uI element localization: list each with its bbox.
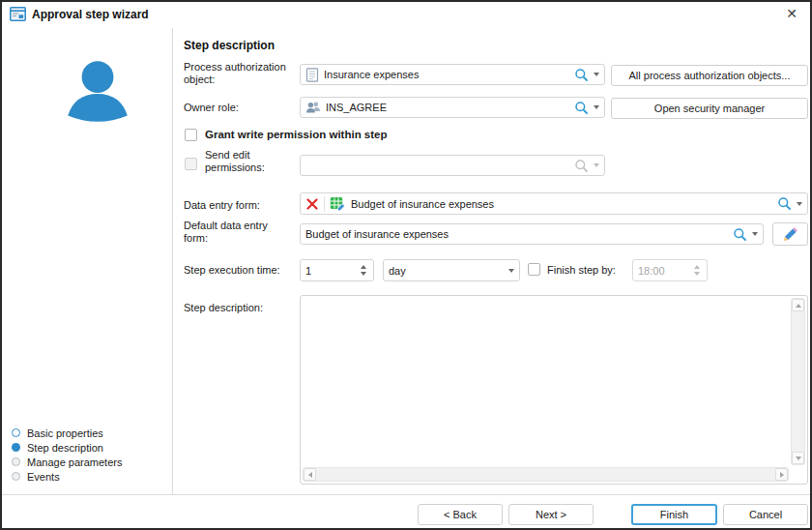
step-bullet-current [12, 443, 20, 452]
scroll-up-button[interactable] [792, 299, 804, 311]
window-icon [10, 7, 26, 25]
time-unit-value: day [389, 265, 504, 277]
sidebar-divider [172, 28, 173, 494]
process-authorization-input[interactable]: Insurance expenses [300, 64, 605, 85]
default-data-entry-form-value: Budget of insurance expenses [305, 228, 728, 240]
titlebar: Approval step wizard ✕ [2, 2, 810, 27]
chevron-down-icon [594, 163, 599, 167]
step-label: Manage parameters [27, 456, 122, 468]
send-edit-permissions-input [300, 155, 605, 176]
search-icon[interactable] [733, 227, 747, 242]
wizard-step-basic-properties[interactable]: Basic properties [12, 426, 122, 440]
wizard-steps: Basic properties Step description Manage… [12, 426, 122, 484]
send-edit-permissions-label: Send edit permissions: [205, 149, 292, 174]
finish-time-value: 18:00 [638, 265, 687, 277]
spinner-arrows[interactable] [359, 265, 368, 276]
time-unit-dropdown[interactable]: day [383, 259, 520, 281]
scroll-right-button[interactable] [775, 468, 788, 481]
step-label: Basic properties [27, 427, 103, 439]
spin-down-icon [694, 272, 700, 276]
chevron-down-icon[interactable] [797, 202, 802, 206]
all-process-authorization-objects-button[interactable]: All process authorization objects... [611, 65, 808, 86]
wizard-step-events[interactable]: Events [12, 469, 122, 484]
scroll-down-icon [796, 456, 801, 460]
clear-red-x-icon[interactable] [305, 197, 319, 211]
search-icon[interactable] [777, 196, 792, 211]
chevron-down-icon[interactable] [752, 232, 758, 236]
spin-up-icon [694, 265, 700, 269]
close-icon[interactable]: ✕ [786, 5, 798, 22]
vertical-scrollbar[interactable] [791, 298, 805, 465]
spinner-arrows-disabled [692, 265, 702, 276]
step-bullet-upcoming [12, 472, 20, 481]
process-authorization-label: Process authorization object: [184, 61, 296, 86]
chevron-down-icon[interactable] [594, 105, 599, 109]
chevron-down-icon[interactable] [594, 73, 599, 76]
owner-role-value: INS_AGREE [326, 102, 569, 113]
open-security-manager-button[interactable]: Open security manager [611, 98, 808, 119]
search-icon-disabled [574, 159, 589, 173]
back-button[interactable]: < Back [418, 504, 503, 525]
search-icon[interactable] [574, 101, 589, 115]
finish-time-spinner: 18:00 [632, 259, 708, 281]
data-entry-form-label: Data entry form: [184, 199, 260, 212]
execution-time-spinner[interactable]: 1 [300, 259, 374, 281]
scroll-down-button[interactable] [792, 452, 804, 464]
cancel-button[interactable]: Cancel [723, 504, 808, 525]
next-button[interactable]: Next > [508, 504, 594, 525]
step-description-label: Step description: [184, 302, 263, 314]
finish-button[interactable]: Finish [631, 504, 717, 525]
horizontal-scrollbar[interactable] [303, 467, 789, 482]
two-people-icon [305, 101, 321, 114]
finish-step-by-label: Finish step by: [547, 264, 616, 277]
pencil-icon [782, 225, 799, 243]
data-entry-form-value: Budget of insurance expenses [351, 198, 772, 210]
wizard-step-manage-parameters[interactable]: Manage parameters [12, 455, 122, 469]
field-separator [324, 196, 325, 212]
data-entry-form-input[interactable]: Budget of insurance expenses [300, 192, 808, 215]
grant-write-permission-label: Grant write permission within step [205, 129, 388, 141]
edit-form-button[interactable] [772, 222, 808, 246]
spin-up-icon[interactable] [361, 265, 366, 269]
form-grid-pencil-icon [330, 196, 346, 212]
send-edit-permissions-checkbox[interactable] [185, 158, 197, 170]
owner-role-label: Owner role: [184, 102, 239, 114]
scroll-left-icon [308, 472, 312, 478]
user-icon [64, 58, 131, 130]
step-bullet-visited [12, 428, 20, 437]
approval-step-wizard-window: Approval step wizard ✕ Basic properties … [0, 0, 812, 530]
document-icon [305, 68, 319, 82]
chevron-down-icon[interactable] [508, 269, 514, 273]
execution-time-value: 1 [305, 265, 354, 277]
finish-step-by-checkbox[interactable] [528, 263, 540, 276]
default-data-entry-form-input[interactable]: Budget of insurance expenses [300, 223, 764, 245]
step-label: Events [27, 471, 60, 483]
step-execution-time-label: Step execution time: [184, 264, 280, 277]
process-authorization-value: Insurance expenses [324, 69, 569, 80]
scroll-up-icon [796, 304, 801, 308]
step-bullet-upcoming [12, 457, 20, 466]
step-description-textarea[interactable] [300, 295, 808, 485]
page-title: Step description [184, 39, 275, 52]
scroll-left-button[interactable] [304, 468, 316, 481]
step-label: Step description [27, 442, 103, 454]
window-title: Approval step wizard [32, 8, 149, 21]
wizard-step-step-description[interactable]: Step description [12, 440, 122, 455]
search-icon[interactable] [574, 68, 589, 82]
default-data-entry-form-label: Default data entry form: [184, 220, 280, 245]
footer-divider [2, 494, 810, 495]
scroll-right-icon [780, 472, 784, 478]
grant-write-permission-checkbox[interactable] [185, 129, 197, 141]
owner-role-input[interactable]: INS_AGREE [300, 97, 605, 118]
spin-down-icon[interactable] [361, 272, 366, 276]
